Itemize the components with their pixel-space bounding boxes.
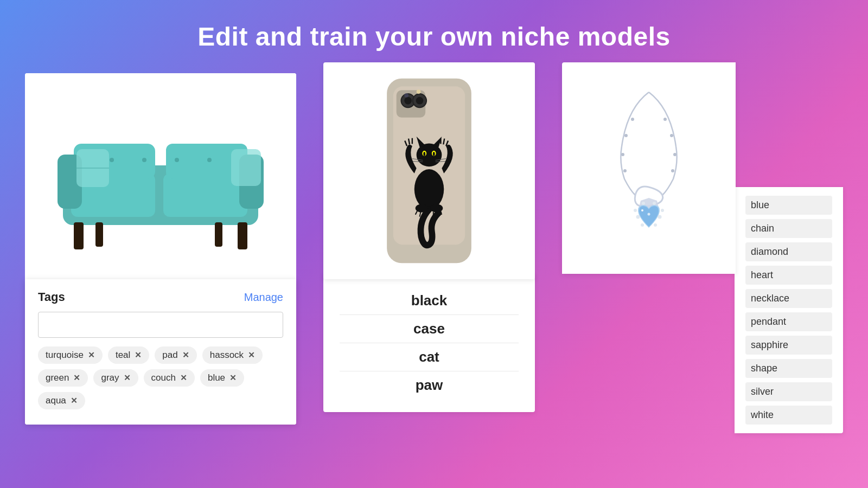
svg-point-68 — [634, 209, 637, 212]
necklace-illustration — [584, 76, 714, 260]
list-item: diamond — [745, 242, 832, 261]
tag-chip: teal✕ — [108, 346, 149, 364]
svg-point-23 — [404, 97, 412, 105]
svg-point-33 — [423, 152, 425, 156]
necklace-tags: bluechaindiamondheartnecklacependantsapp… — [735, 187, 843, 433]
tag-remove[interactable]: ✕ — [135, 350, 142, 360]
page-title: Edit and train your own niche models — [0, 0, 868, 68]
tag-chip: gray✕ — [93, 369, 138, 387]
svg-rect-7 — [74, 222, 84, 249]
tag-label: blue — [208, 373, 225, 383]
tag-remove[interactable]: ✕ — [88, 350, 95, 360]
svg-point-69 — [661, 209, 664, 212]
necklace-card: bluechaindiamondheartnecklacependantsapp… — [562, 62, 843, 433]
svg-point-26 — [417, 89, 421, 94]
manage-link[interactable]: Manage — [244, 291, 283, 304]
svg-point-58 — [670, 134, 673, 137]
tag-remove[interactable]: ✕ — [71, 396, 78, 406]
svg-point-64 — [636, 215, 640, 219]
cards-container: Tags Manage turquoise✕teal✕pad✕hassock✕g… — [0, 73, 868, 433]
list-item: silver — [745, 382, 832, 401]
sofa-image-area — [25, 73, 296, 279]
svg-point-66 — [642, 202, 645, 205]
svg-point-67 — [653, 202, 656, 205]
list-item: sapphire — [745, 336, 832, 355]
list-item: cat — [340, 343, 519, 371]
tag-chip: pad✕ — [155, 346, 196, 364]
sofa-card: Tags Manage turquoise✕teal✕pad✕hassock✕g… — [25, 73, 296, 425]
list-item: paw — [340, 371, 519, 399]
tag-label: teal — [116, 350, 130, 361]
list-item: case — [340, 315, 519, 343]
list-item: pendant — [745, 312, 832, 331]
phone-case-image — [323, 62, 535, 279]
list-item: chain — [745, 219, 832, 238]
phone-case-tags: blackcasecatpaw — [323, 274, 535, 412]
sofa-illustration — [47, 89, 275, 263]
phone-case-illustration — [375, 73, 483, 268]
svg-point-54 — [624, 134, 628, 137]
tag-remove[interactable]: ✕ — [73, 373, 80, 383]
svg-point-65 — [658, 215, 662, 219]
tag-remove[interactable]: ✕ — [229, 373, 237, 383]
svg-point-24 — [416, 97, 424, 105]
tag-remove[interactable]: ✕ — [124, 373, 131, 383]
svg-point-70 — [641, 223, 644, 227]
svg-point-59 — [673, 153, 676, 156]
tag-label: couch — [151, 373, 176, 383]
svg-rect-10 — [238, 222, 247, 249]
svg-rect-9 — [215, 222, 222, 247]
tag-remove[interactable]: ✕ — [248, 350, 255, 360]
svg-point-25 — [404, 93, 409, 98]
tags-grid: turquoise✕teal✕pad✕hassock✕green✕gray✕co… — [38, 346, 283, 409]
tag-label: aqua — [46, 395, 66, 406]
list-item: shape — [745, 359, 832, 378]
svg-point-62 — [641, 209, 643, 211]
svg-point-34 — [433, 152, 435, 156]
tag-label: hassock — [210, 350, 244, 361]
tag-chip: aqua✕ — [38, 392, 85, 409]
tags-panel: Tags Manage turquoise✕teal✕pad✕hassock✕g… — [25, 279, 296, 425]
tags-label: Tags — [38, 290, 65, 304]
tag-chip: couch✕ — [144, 369, 195, 387]
list-item: white — [745, 406, 832, 425]
tag-chip: green✕ — [38, 369, 88, 387]
tag-chip: hassock✕ — [202, 346, 263, 364]
list-item: necklace — [745, 289, 832, 308]
tag-label: pad — [162, 350, 177, 361]
svg-point-55 — [621, 153, 624, 156]
list-item: blue — [745, 196, 832, 215]
svg-point-53 — [631, 118, 634, 121]
svg-point-27 — [414, 169, 444, 209]
svg-point-16 — [175, 158, 179, 162]
svg-point-63 — [648, 213, 650, 216]
tag-chip: blue✕ — [200, 369, 244, 387]
svg-point-14 — [110, 158, 114, 162]
svg-rect-8 — [95, 222, 103, 247]
tag-label: turquoise — [46, 350, 84, 361]
svg-point-15 — [142, 158, 146, 162]
list-item: black — [340, 287, 519, 315]
tag-remove[interactable]: ✕ — [182, 350, 189, 360]
tag-label: green — [46, 373, 69, 383]
svg-point-71 — [654, 223, 657, 227]
list-item: heart — [745, 266, 832, 285]
svg-point-56 — [623, 169, 627, 172]
svg-rect-13 — [231, 149, 261, 186]
tags-input[interactable] — [38, 312, 283, 338]
phone-case-card: blackcasecatpaw — [323, 62, 535, 412]
svg-point-17 — [207, 158, 212, 162]
tags-header: Tags Manage — [38, 290, 283, 304]
tag-chip: turquoise✕ — [38, 346, 103, 364]
tag-label: gray — [101, 373, 119, 383]
svg-point-46 — [430, 204, 443, 213]
svg-point-60 — [671, 169, 674, 172]
tag-remove[interactable]: ✕ — [180, 373, 187, 383]
svg-point-57 — [663, 118, 667, 121]
necklace-image — [562, 62, 736, 274]
